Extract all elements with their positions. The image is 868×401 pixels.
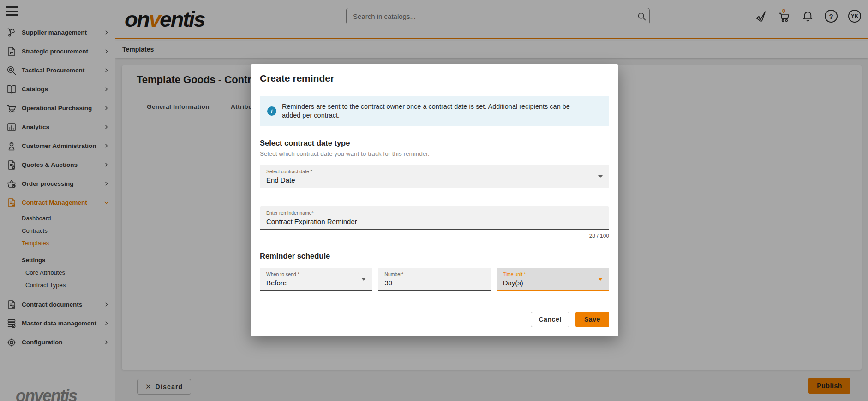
app-window: Supplier managementStrategic procurement… xyxy=(0,0,868,401)
contract-date-label: Select contract date * xyxy=(266,169,603,174)
info-text: Reminders are sent to the contract owner… xyxy=(282,102,602,120)
chevron-down-icon xyxy=(598,175,603,178)
section-heading-date-type: Select contract date type xyxy=(260,138,609,148)
modal-actions: Cancel Save xyxy=(260,312,609,327)
reminder-name-label: Enter reminder name* xyxy=(266,210,603,216)
cancel-button[interactable]: Cancel xyxy=(531,312,569,327)
modal-title: Create reminder xyxy=(260,72,609,84)
create-reminder-modal: Create reminder i Reminders are sent to … xyxy=(251,64,618,336)
reminder-name-value: Contract Expiration Reminder xyxy=(266,218,603,226)
number-input[interactable]: Number* 30 xyxy=(378,268,491,291)
char-counter: 28 / 100 xyxy=(260,233,609,239)
info-banner: i Reminders are sent to the contract own… xyxy=(260,96,609,126)
info-icon: i xyxy=(267,106,276,116)
time-unit-select[interactable]: Time unit * Day(s) xyxy=(497,268,609,291)
save-button[interactable]: Save xyxy=(575,312,609,327)
chevron-down-icon xyxy=(598,278,603,281)
section-heading-schedule: Reminder schedule xyxy=(260,251,609,261)
schedule-row: When to send * Before Number* 30 Time un… xyxy=(260,268,609,291)
reminder-name-input[interactable]: Enter reminder name* Contract Expiration… xyxy=(260,206,609,230)
section-subtitle-date-type: Select which contract date you want to t… xyxy=(260,150,609,158)
contract-date-select[interactable]: Select contract date * End Date xyxy=(260,165,609,188)
contract-date-value: End Date xyxy=(266,176,603,184)
chevron-down-icon xyxy=(361,278,366,281)
when-to-send-select[interactable]: When to send * Before xyxy=(260,268,372,291)
